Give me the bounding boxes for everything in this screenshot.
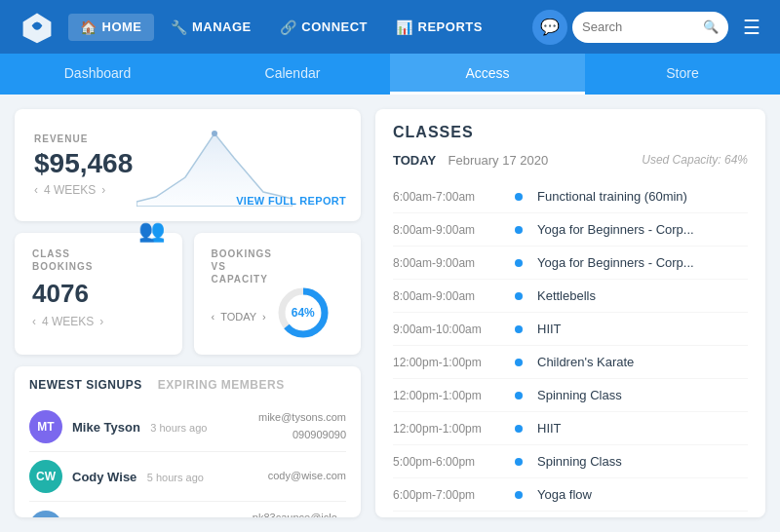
manage-icon: 🔧 <box>171 19 188 35</box>
tab-dashboard[interactable]: Dashboard <box>0 54 195 95</box>
class-dot <box>515 425 523 433</box>
class-time: 5:00pm-6:00pm <box>393 455 500 469</box>
avatar: AC <box>29 511 62 517</box>
stats-row: CLASSBOOKINGS 👥 4076 ‹ 4 WEEKS › BOOKING… <box>15 233 361 355</box>
class-row[interactable]: 8:00am-9:00am Yoga for Beginners - Corp.… <box>393 247 748 280</box>
class-row[interactable]: 8:00am-9:00am Yoga for Beginners - Corp.… <box>393 213 748 247</box>
class-dot <box>515 259 523 267</box>
bookings-period: 4 WEEKS <box>42 315 94 328</box>
class-name: Yoga for Beginners - Corp... <box>537 255 694 270</box>
classes-panel: CLASSES TODAY February 17 2020 Used Capa… <box>375 109 765 517</box>
classes-date-label: TODAY February 17 2020 <box>393 151 548 169</box>
revenue-card: REVENUE $95,468 ‹ 4 WEEKS › <box>15 109 361 221</box>
next-arrow[interactable]: › <box>262 311 266 323</box>
member-name: Cody Wise <box>72 470 136 484</box>
prev-arrow[interactable]: ‹ <box>32 315 36 328</box>
signup-item: AC Ava Caunce a day ago pk83caunce@iclo.… <box>29 502 346 517</box>
class-name: Spinning Class <box>537 388 622 402</box>
class-row[interactable]: 8:00am-9:00am Kettlebells <box>393 280 748 313</box>
people-icon: 👥 <box>138 218 165 244</box>
class-name: HIIT <box>537 421 562 436</box>
hamburger-button[interactable]: ☰ <box>733 10 770 45</box>
chat-icon: 💬 <box>540 18 560 36</box>
tab-store[interactable]: Store <box>585 54 780 95</box>
class-dot <box>515 292 523 300</box>
home-icon: 🏠 <box>80 19 98 35</box>
revenue-amount: $95,468 <box>34 148 133 179</box>
class-name: Functional training (60min) <box>537 189 687 204</box>
expiring-members-tab[interactable]: EXPIRING MEMBERS <box>158 378 285 392</box>
search-icon: 🔍 <box>703 19 719 34</box>
class-row[interactable]: 12:00pm-1:00pm Children's Karate <box>393 346 748 379</box>
class-dot <box>515 325 523 333</box>
class-time: 6:00am-7:00am <box>393 190 500 204</box>
class-name: Spinning Class <box>537 454 622 469</box>
menu-icon: ☰ <box>743 17 760 38</box>
bookings-period-nav[interactable]: ‹ 4 WEEKS › <box>32 315 165 328</box>
view-full-report-link[interactable]: VIEW FULL REPORT <box>236 195 346 207</box>
prev-arrow[interactable]: ‹ <box>212 311 215 323</box>
classes-title: CLASSES <box>393 124 748 141</box>
class-row[interactable]: 5:00pm-6:00pm Spinning Class <box>393 445 748 478</box>
class-row[interactable]: 9:00am-10:00am HIIT <box>393 313 748 346</box>
capacity-period: TODAY <box>220 311 256 323</box>
capacity-donut: 64% <box>276 285 331 340</box>
signups-section: NEWEST SIGNUPS EXPIRING MEMBERS MT Mike … <box>15 366 361 517</box>
used-capacity-label: Used Capacity: 64% <box>642 153 748 167</box>
bookings-capacity-card: BOOKINGSVSCAPACITY ‹ TODAY › 64% <box>194 233 362 355</box>
search-input[interactable] <box>582 19 697 34</box>
class-time: 12:00pm-1:00pm <box>393 389 500 402</box>
top-nav: 🏠 HOME 🔧 MANAGE 🔗 CONNECT 📊 REPORTS 💬 🔍 … <box>0 0 780 54</box>
main-content: REVENUE $95,468 ‹ 4 WEEKS › <box>0 95 780 532</box>
signup-info: Mike Tyson 3 hours ago <box>72 418 249 436</box>
chat-button[interactable]: 💬 <box>532 10 567 45</box>
signup-item: CW Cody Wise 5 hours ago cody@wise.com <box>29 452 346 502</box>
class-row[interactable]: 12:00pm-1:00pm Spinning Class <box>393 379 748 412</box>
class-row[interactable]: 12:00pm-1:00pm HIIT <box>393 412 748 445</box>
class-row[interactable]: 8:00pm-9:00pm Weightlifting <box>393 512 748 517</box>
capacity-percentage: 64% <box>292 306 315 320</box>
class-name: Yoga for Beginners - Corp... <box>537 222 694 237</box>
class-row[interactable]: 6:00pm-7:00pm Yoga flow <box>393 478 748 512</box>
prev-arrow[interactable]: ‹ <box>34 183 38 197</box>
member-contact: pk83caunce@iclo...07791095539 <box>253 510 346 517</box>
class-dot <box>515 359 523 366</box>
search-box[interactable]: 🔍 <box>572 12 728 43</box>
signup-info: Cody Wise 5 hours ago <box>72 468 258 485</box>
class-bookings-card: CLASSBOOKINGS 👥 4076 ‹ 4 WEEKS › <box>15 233 182 355</box>
class-dot <box>515 392 523 399</box>
logo[interactable] <box>10 10 63 45</box>
tab-access[interactable]: Access <box>390 54 585 95</box>
signups-header: NEWEST SIGNUPS EXPIRING MEMBERS <box>29 378 346 392</box>
reports-icon: 📊 <box>396 19 413 35</box>
class-time: 8:00am-9:00am <box>393 256 500 270</box>
nav-manage[interactable]: 🔧 MANAGE <box>159 14 263 41</box>
avatar: CW <box>29 460 62 493</box>
class-time: 8:00am-9:00am <box>393 223 500 237</box>
classes-date-row: TODAY February 17 2020 Used Capacity: 64… <box>393 151 748 169</box>
class-name: HIIT <box>537 322 562 336</box>
capacity-period-nav[interactable]: ‹ TODAY › <box>212 311 266 323</box>
member-time: 3 hours ago <box>150 422 207 434</box>
revenue-label: REVENUE <box>34 133 133 144</box>
revenue-period-nav[interactable]: ‹ 4 WEEKS › <box>34 183 133 197</box>
nav-connect[interactable]: 🔗 CONNECT <box>268 14 379 41</box>
next-arrow[interactable]: › <box>99 315 103 328</box>
class-name: Children's Karate <box>537 355 634 369</box>
tab-calendar[interactable]: Calendar <box>195 54 390 95</box>
class-time: 12:00pm-1:00pm <box>393 356 500 369</box>
nav-home[interactable]: 🏠 HOME <box>68 14 154 41</box>
class-dot <box>515 491 523 499</box>
class-time: 8:00am-9:00am <box>393 289 500 303</box>
class-list: 6:00am-7:00am Functional training (60min… <box>393 180 748 517</box>
bookings-label: CLASSBOOKINGS <box>32 247 93 273</box>
svg-point-1 <box>34 22 39 27</box>
nav-reports[interactable]: 📊 REPORTS <box>384 14 494 41</box>
revenue-period: 4 WEEKS <box>44 183 96 197</box>
newest-signups-tab[interactable]: NEWEST SIGNUPS <box>29 378 142 392</box>
class-name: Kettlebells <box>537 288 596 303</box>
next-arrow[interactable]: › <box>101 183 105 197</box>
sub-nav: Dashboard Calendar Access Store <box>0 54 780 95</box>
class-row[interactable]: 6:00am-7:00am Functional training (60min… <box>393 180 748 213</box>
class-time: 12:00pm-1:00pm <box>393 422 500 436</box>
